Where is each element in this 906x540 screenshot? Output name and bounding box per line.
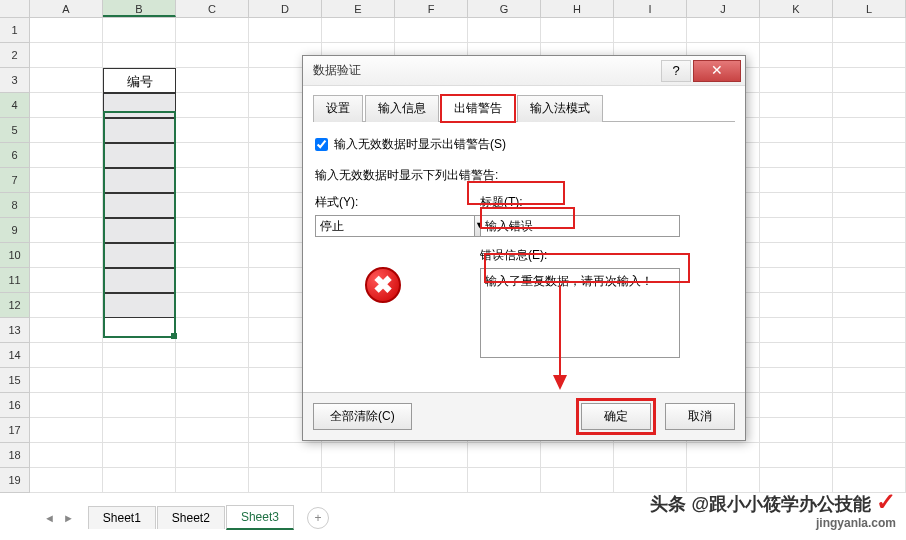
row-10[interactable]: 10: [0, 243, 30, 268]
cell-b11[interactable]: [103, 268, 176, 293]
row-9[interactable]: 9: [0, 218, 30, 243]
row-11[interactable]: 11: [0, 268, 30, 293]
show-error-checkbox[interactable]: [315, 138, 328, 151]
row-4[interactable]: 4: [0, 93, 30, 118]
row-16[interactable]: 16: [0, 393, 30, 418]
row-5[interactable]: 5: [0, 118, 30, 143]
tab-error-alert[interactable]: 出错警告: [441, 95, 515, 122]
row-14[interactable]: 14: [0, 343, 30, 368]
sheet-tab-3[interactable]: Sheet3: [226, 505, 294, 530]
message-textarea[interactable]: 输入了重复数据，请再次输入！: [480, 268, 680, 358]
col-l[interactable]: L: [833, 0, 906, 17]
watermark: 头条 @跟小小筱学办公技能 ✓ jingyanla.com: [650, 488, 896, 530]
tab-ime-mode[interactable]: 输入法模式: [517, 95, 603, 122]
show-error-label: 输入无效数据时显示出错警告(S): [334, 136, 506, 153]
col-c[interactable]: C: [176, 0, 249, 17]
select-all-corner[interactable]: [0, 0, 30, 17]
title-label: 标题(T):: [480, 194, 733, 211]
sheet-nav: ◄ ►: [40, 510, 78, 526]
cell-b8[interactable]: [103, 193, 176, 218]
ok-button[interactable]: 确定: [581, 403, 651, 430]
section-label: 输入无效数据时显示下列出错警告:: [315, 167, 733, 184]
sheet-tab-1[interactable]: Sheet1: [88, 506, 156, 529]
sheet-tab-2[interactable]: Sheet2: [157, 506, 225, 529]
error-icon: ✖: [365, 267, 401, 303]
row-15[interactable]: 15: [0, 368, 30, 393]
col-e[interactable]: E: [322, 0, 395, 17]
checkmark-icon: ✓: [876, 488, 896, 515]
sheet-nav-prev-icon[interactable]: ◄: [40, 510, 59, 526]
data-validation-dialog: 数据验证 ? ✕ 设置 输入信息 出错警告 输入法模式 输入无效数据时显示出错警…: [302, 55, 746, 441]
sheet-nav-next-icon[interactable]: ►: [59, 510, 78, 526]
col-h[interactable]: H: [541, 0, 614, 17]
row-1[interactable]: 1: [0, 18, 30, 43]
sheet-tab-bar: ◄ ► Sheet1 Sheet2 Sheet3 +: [40, 505, 329, 530]
close-button[interactable]: ✕: [693, 60, 741, 82]
cell-b3[interactable]: 编号: [103, 68, 176, 93]
row-8[interactable]: 8: [0, 193, 30, 218]
style-label: 样式(Y):: [315, 194, 460, 211]
tab-settings[interactable]: 设置: [313, 95, 363, 122]
col-j[interactable]: J: [687, 0, 760, 17]
clear-all-button[interactable]: 全部清除(C): [313, 403, 412, 430]
cancel-button[interactable]: 取消: [665, 403, 735, 430]
row-13[interactable]: 13: [0, 318, 30, 343]
row-7[interactable]: 7: [0, 168, 30, 193]
add-sheet-button[interactable]: +: [307, 507, 329, 529]
cell-b10[interactable]: [103, 243, 176, 268]
col-b[interactable]: B: [103, 0, 176, 17]
watermark-main: 头条 @跟小小筱学办公技能: [650, 494, 871, 514]
cell-b6[interactable]: [103, 143, 176, 168]
row-6[interactable]: 6: [0, 143, 30, 168]
dialog-title: 数据验证: [313, 62, 661, 79]
cell-b12[interactable]: [103, 293, 176, 318]
title-input[interactable]: [480, 215, 680, 237]
help-button[interactable]: ?: [661, 60, 691, 82]
row-17[interactable]: 17: [0, 418, 30, 443]
cell-b4[interactable]: [103, 93, 176, 118]
col-d[interactable]: D: [249, 0, 322, 17]
row-3[interactable]: 3: [0, 68, 30, 93]
row-19[interactable]: 19: [0, 468, 30, 493]
col-f[interactable]: F: [395, 0, 468, 17]
cell-b7[interactable]: [103, 168, 176, 193]
col-k[interactable]: K: [760, 0, 833, 17]
style-value[interactable]: [315, 215, 475, 237]
column-headers: A B C D E F G H I J K L: [0, 0, 906, 18]
watermark-sub: jingyanla.com: [650, 516, 896, 530]
dialog-tabs: 设置 输入信息 出错警告 输入法模式: [313, 94, 735, 122]
cell-b9[interactable]: [103, 218, 176, 243]
col-i[interactable]: I: [614, 0, 687, 17]
col-a[interactable]: A: [30, 0, 103, 17]
dialog-titlebar[interactable]: 数据验证 ? ✕: [303, 56, 745, 86]
message-label: 错误信息(E):: [480, 247, 733, 264]
row-18[interactable]: 18: [0, 443, 30, 468]
col-g[interactable]: G: [468, 0, 541, 17]
row-12[interactable]: 12: [0, 293, 30, 318]
style-combo[interactable]: ▼: [315, 215, 460, 237]
row-2[interactable]: 2: [0, 43, 30, 68]
cell-b5[interactable]: [103, 118, 176, 143]
tab-input-message[interactable]: 输入信息: [365, 95, 439, 122]
